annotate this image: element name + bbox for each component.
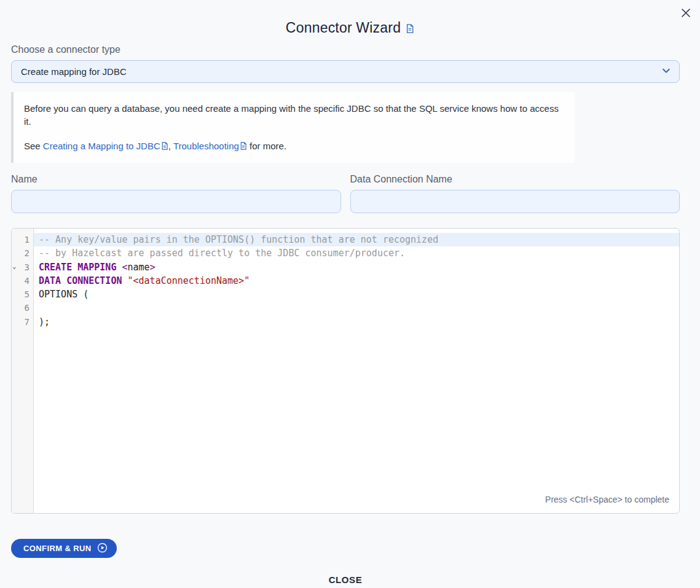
line-number-6: 6 bbox=[12, 301, 33, 315]
code-line-4[interactable]: DATA CONNECTION "<dataConnectionName>" bbox=[34, 274, 679, 288]
code-line-7[interactable]: ); bbox=[34, 315, 679, 329]
line-number-3: ⌄3 bbox=[12, 261, 33, 274]
info-box: Before you can query a database, you nee… bbox=[11, 92, 575, 163]
code-line-6[interactable] bbox=[34, 301, 679, 315]
connector-type-label: Choose a connector type bbox=[11, 44, 680, 55]
connector-type-select[interactable]: Create mapping for JDBC bbox=[11, 60, 680, 83]
x-icon bbox=[680, 7, 692, 19]
close-button[interactable]: CLOSE bbox=[325, 574, 366, 586]
info-links-separator: , bbox=[168, 141, 173, 151]
info-paragraph: Before you can query a database, you nee… bbox=[24, 102, 562, 128]
link-creating-mapping-jdbc[interactable]: Creating a Mapping to JDBC bbox=[43, 141, 160, 151]
code-line-5[interactable]: OPTIONS ( bbox=[34, 288, 679, 301]
link-troubleshooting[interactable]: Troubleshooting bbox=[173, 141, 239, 151]
data-connection-field-label: Data Connection Name bbox=[350, 174, 680, 185]
dialog-title-text: Connector Wizard bbox=[286, 20, 401, 36]
docs-file-icon[interactable] bbox=[406, 21, 414, 37]
editor-code-area[interactable]: -- Any key/value pairs in the OPTIONS() … bbox=[34, 229, 679, 513]
close-row: CLOSE bbox=[11, 574, 680, 586]
wizard-body: Choose a connector type Create mapping f… bbox=[11, 44, 680, 586]
line-number-4: 4 bbox=[12, 274, 33, 288]
editor-gutter: 12⌄34567 bbox=[12, 229, 34, 513]
info-suffix: for more. bbox=[247, 141, 286, 151]
doc-link-icon bbox=[161, 142, 168, 152]
dialog-title: Connector Wizard bbox=[0, 0, 700, 37]
name-field-label: Name bbox=[11, 174, 341, 185]
line-number-2: 2 bbox=[12, 246, 33, 260]
name-input[interactable] bbox=[11, 190, 341, 213]
code-line-3[interactable]: CREATE MAPPING <name> bbox=[34, 261, 679, 274]
data-connection-field-group: Data Connection Name bbox=[350, 174, 680, 213]
play-circle-icon bbox=[97, 543, 108, 555]
info-see-prefix: See bbox=[24, 141, 43, 151]
doc-link-icon bbox=[240, 142, 247, 152]
confirm-and-run-label: CONFIRM & RUN bbox=[23, 544, 92, 553]
autocomplete-hint: Press <Ctrl+Space> to complete bbox=[545, 495, 669, 504]
chevron-down-icon bbox=[661, 66, 671, 77]
fields-row: Name Data Connection Name bbox=[11, 174, 680, 213]
fold-chevron-icon[interactable]: ⌄ bbox=[12, 260, 17, 273]
code-line-1[interactable]: -- Any key/value pairs in the OPTIONS() … bbox=[34, 233, 679, 246]
line-number-1: 1 bbox=[12, 233, 33, 246]
connector-type-selected-value: Create mapping for JDBC bbox=[21, 66, 127, 77]
line-number-7: 7 bbox=[12, 315, 33, 329]
confirm-and-run-button[interactable]: CONFIRM & RUN bbox=[11, 539, 117, 558]
info-links-paragraph: See Creating a Mapping to JDBC , Trouble… bbox=[24, 139, 562, 154]
data-connection-input[interactable] bbox=[350, 190, 680, 213]
line-number-5: 5 bbox=[12, 288, 33, 301]
dialog-close-icon[interactable] bbox=[678, 6, 693, 20]
name-field-group: Name bbox=[11, 174, 341, 213]
code-line-2[interactable]: -- by Hazelcast are passed directly to t… bbox=[34, 246, 679, 260]
sql-code-editor[interactable]: 12⌄34567 -- Any key/value pairs in the O… bbox=[11, 228, 680, 514]
